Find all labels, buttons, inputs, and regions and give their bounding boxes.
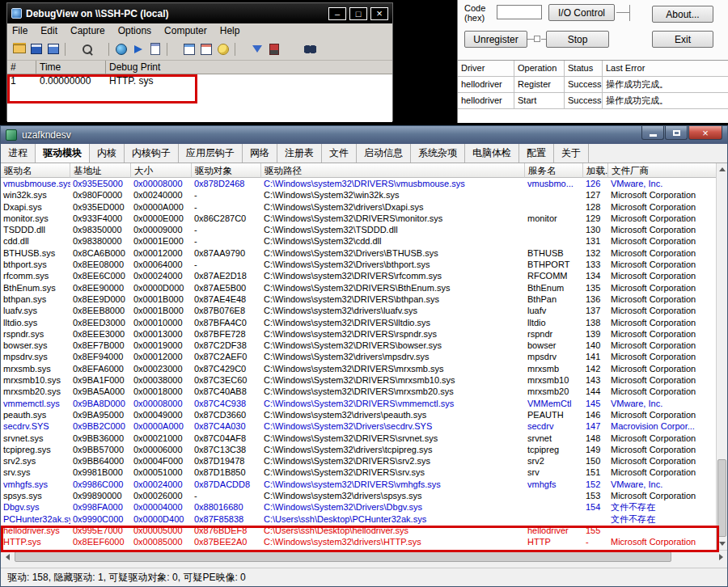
- column-header-base-address[interactable]: 基地址: [70, 163, 131, 178]
- exit-button[interactable]: Exit: [652, 31, 713, 48]
- column-header-size[interactable]: 大小: [131, 163, 192, 178]
- tab[interactable]: 网络: [243, 144, 277, 163]
- tab[interactable]: 驱动模块: [36, 144, 90, 163]
- driver-row[interactable]: peauth.sys 0x9BA95000 0x00049000 0x87CD3…: [1, 409, 716, 420]
- column-header-service-name[interactable]: 服务名: [525, 163, 583, 178]
- tab[interactable]: 关于: [554, 144, 589, 163]
- driver-row[interactable]: Dbgv.sys 0x998FA000 0x00004000 0x8801668…: [1, 501, 716, 513]
- tab[interactable]: 启动信息: [357, 144, 411, 163]
- unregister-button[interactable]: Unregister: [464, 31, 527, 48]
- driver-row[interactable]: BTHUSB.sys 0x8CA6B000 0x00012000 0x87AA9…: [1, 247, 716, 259]
- capture-win32-icon[interactable]: [197, 42, 214, 57]
- column-header-debug-print[interactable]: Debug Print: [106, 61, 392, 74]
- scroll-up-icon[interactable]: [717, 163, 728, 175]
- close-button[interactable]: [688, 126, 722, 140]
- tab[interactable]: 系统杂项: [411, 144, 465, 163]
- minimize-button[interactable]: [641, 126, 664, 140]
- open-file-icon[interactable]: [11, 42, 28, 57]
- capture-kernel-icon[interactable]: [180, 42, 197, 57]
- vertical-scrollbar[interactable]: [716, 163, 727, 550]
- tab[interactable]: 文件: [322, 144, 357, 163]
- clock-time-icon[interactable]: [214, 42, 231, 57]
- column-header-file-vendor[interactable]: 文件厂商: [608, 163, 716, 178]
- driver-vendor: Microsoft Corporation: [608, 328, 716, 340]
- menu-options[interactable]: Options: [118, 25, 151, 36]
- driver-row[interactable]: BthEnum.sys 0x8EE90000 0x0000D000 0x87AE…: [1, 282, 716, 294]
- autoscroll-icon[interactable]: [129, 42, 146, 57]
- tab[interactable]: 注册表: [277, 144, 322, 163]
- driver-row[interactable]: TSDDD.dll 0x98350000 0x00009000 - C:\Win…: [1, 224, 716, 235]
- driver-row[interactable]: vmusbmouse.sys 0x935E5000 0x00008000 0x8…: [1, 178, 716, 189]
- driver-row[interactable]: bowser.sys 0x8EF7B000 0x00019000 0x87C2D…: [1, 340, 716, 351]
- operation-row[interactable]: hellodriver Register Success 操作成功完成。: [458, 77, 728, 93]
- log-file-icon[interactable]: [146, 42, 163, 57]
- driver-row[interactable]: srvnet.sys 0x9BB36000 0x00021000 0x87C04…: [1, 433, 716, 444]
- driver-row[interactable]: mrxsmb.sys 0x8EFA6000 0x00023000 0x87C42…: [1, 363, 716, 374]
- column-header-status[interactable]: Status: [565, 61, 603, 77]
- driver-row[interactable]: spsys.sys 0x99890000 0x00026000 - C:\Win…: [1, 490, 716, 501]
- driver-row[interactable]: mrxsmb20.sys 0x9BA5A000 0x00018000 0x87C…: [1, 386, 716, 397]
- driver-row[interactable]: lltdio.sys 0x8EED3000 0x00010000 0x87BFA…: [1, 317, 716, 328]
- column-header-operation[interactable]: Operation: [514, 61, 565, 77]
- column-header-driver-path[interactable]: 驱动路径: [261, 163, 525, 178]
- tab[interactable]: 应用层钩子: [179, 144, 243, 163]
- scroll-left-icon[interactable]: [1, 551, 14, 564]
- driver-row[interactable]: luafv.sys 0x8EEB8000 0x0001B000 0x87B076…: [1, 305, 716, 316]
- driver-row[interactable]: win32k.sys 0x980F0000 0x00240000 - C:\Wi…: [1, 189, 716, 201]
- driver-row[interactable]: vmmemctl.sys 0x9BA8D000 0x00008000 0x87C…: [1, 398, 716, 409]
- driver-base: 0x9981B000: [70, 467, 131, 478]
- close-icon[interactable]: [370, 7, 388, 20]
- tab[interactable]: 配置: [519, 144, 554, 163]
- menu-file[interactable]: File: [12, 25, 28, 36]
- pchunter-titlebar[interactable]: uzafkndesv: [1, 126, 727, 144]
- driver-row[interactable]: secdrv.SYS 0x9BB2C000 0x0000A000 0x87C4A…: [1, 420, 716, 432]
- filter-icon[interactable]: [248, 42, 265, 57]
- column-header-last-error[interactable]: Last Error: [603, 61, 728, 77]
- driver-row[interactable]: vmhgfs.sys 0x9986C000 0x00024000 0x87DAC…: [1, 479, 716, 490]
- driver-row[interactable]: cdd.dll 0x98380000 0x0001E000 - C:\Windo…: [1, 235, 716, 247]
- column-header-load-order[interactable]: 加载..: [583, 163, 608, 178]
- maximize-icon[interactable]: [349, 7, 367, 20]
- tab[interactable]: 电脑体检: [465, 144, 519, 163]
- driver-row[interactable]: PCHunter32ak.sys 0x9990C000 0x0000D400 0…: [1, 513, 716, 525]
- about-button[interactable]: About...: [652, 6, 713, 23]
- operation-row[interactable]: hellodriver Start Success 操作成功完成。: [458, 93, 728, 109]
- debugview-titlebar[interactable]: DebugView on \\SSH-PC (local): [7, 3, 392, 23]
- save-icon[interactable]: [28, 42, 44, 57]
- driver-row[interactable]: srv2.sys 0x9BB64000 0x0004F000 0x87D1947…: [1, 455, 716, 467]
- minimize-icon[interactable]: [328, 7, 346, 20]
- save-as-icon[interactable]: [44, 42, 61, 57]
- maximize-button[interactable]: [665, 126, 688, 140]
- driver-row[interactable]: mrxsmb10.sys 0x9BA1F000 0x00038000 0x87C…: [1, 374, 716, 386]
- driver-row[interactable]: rfcomm.sys 0x8EE6C000 0x00024000 0x87AE2…: [1, 270, 716, 281]
- capture-global-icon[interactable]: [112, 42, 129, 57]
- column-header-driver-object[interactable]: 驱动对象: [192, 163, 261, 178]
- driver-row[interactable]: bthpan.sys 0x8EE9D000 0x0001B000 0x87AE4…: [1, 294, 716, 305]
- tab[interactable]: 内核: [90, 144, 125, 163]
- menu-edit[interactable]: Edit: [40, 25, 57, 36]
- scroll-right-icon[interactable]: [714, 551, 727, 564]
- menu-help[interactable]: Help: [220, 25, 240, 36]
- stop-button[interactable]: Stop: [546, 31, 609, 48]
- menu-computer[interactable]: Computer: [164, 25, 207, 36]
- driver-row[interactable]: bthport.sys 0x8EE08000 0x00064000 - C:\W…: [1, 259, 716, 270]
- column-header-num[interactable]: #: [7, 61, 36, 74]
- column-header-driver[interactable]: Driver: [458, 61, 514, 77]
- driver-row[interactable]: tcpipreg.sys 0x9BB57000 0x00006000 0x87C…: [1, 444, 716, 455]
- driver-row[interactable]: srv.sys 0x9981B000 0x00051000 0x87D1B850…: [1, 467, 716, 478]
- driver-row[interactable]: Dxapi.sys 0x935ED000 0x0000A000 - C:\Win…: [1, 201, 716, 213]
- horizontal-scroll-thumb[interactable]: [15, 551, 671, 562]
- column-header-driver-name[interactable]: 驱动名: [1, 163, 70, 178]
- tab[interactable]: 内核钩子: [125, 144, 179, 163]
- find-binoculars-icon[interactable]: [302, 42, 319, 57]
- tab[interactable]: 进程: [1, 144, 36, 163]
- driver-row[interactable]: rspndr.sys 0x8EEE3000 0x00013000 0x87BFE…: [1, 328, 716, 340]
- code-hex-input[interactable]: [497, 5, 542, 19]
- search-icon[interactable]: [78, 42, 95, 57]
- column-header-time[interactable]: Time: [36, 61, 106, 74]
- driver-row[interactable]: mpsdrv.sys 0x8EF94000 0x00012000 0x87C2A…: [1, 351, 716, 362]
- menu-capture[interactable]: Capture: [70, 25, 105, 36]
- highlight-flag-icon[interactable]: [265, 42, 282, 57]
- driver-row[interactable]: monitor.sys 0x933F4000 0x0000E000 0x86C2…: [1, 213, 716, 224]
- io-control-button[interactable]: I/O Control: [548, 4, 615, 21]
